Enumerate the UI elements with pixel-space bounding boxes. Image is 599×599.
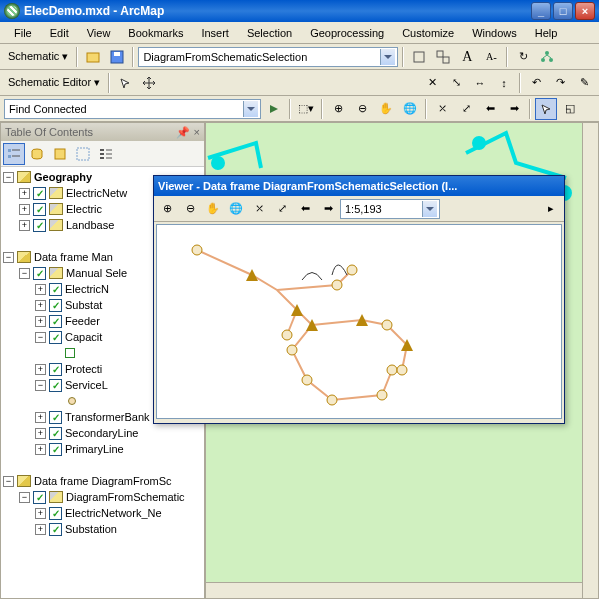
toc-close-icon[interactable]: × [194,126,200,139]
layer-checkbox[interactable] [49,427,62,440]
zoom-full-icon[interactable]: ⤢ [455,98,477,120]
expander-icon[interactable]: + [19,204,30,215]
layer-checkbox[interactable] [33,491,46,504]
save-diagram-icon[interactable] [106,46,128,68]
chevron-down-icon[interactable] [243,101,258,117]
layer-checkbox[interactable] [49,331,62,344]
viewer-titlebar[interactable]: Viewer - Data frame DiagramFromSchematic… [154,176,564,196]
expander-icon[interactable]: − [19,492,30,503]
layer-checkbox[interactable] [49,411,62,424]
list-by-visibility-icon[interactable] [49,143,71,165]
prev-extent-icon[interactable]: ⬅ [479,98,501,120]
tool-icon-2[interactable] [432,46,454,68]
tree-icon[interactable] [536,46,558,68]
undo-icon[interactable]: ↶ [525,72,547,94]
expander-icon[interactable]: + [35,524,46,535]
layer-checkbox[interactable] [49,443,62,456]
expander-icon[interactable]: + [35,412,46,423]
zoom-in-icon[interactable]: ⊕ [327,98,349,120]
viewer-canvas[interactable] [156,224,562,419]
expander-icon[interactable]: + [35,316,46,327]
layer-checkbox[interactable] [49,363,62,376]
layer-checkbox[interactable] [33,187,46,200]
viewer-out-icon[interactable]: ⤢ [271,198,293,220]
minimize-button[interactable]: _ [531,2,551,20]
viewer-zoom-out-icon[interactable]: ⊖ [179,198,201,220]
expander-icon[interactable]: − [35,332,46,343]
menu-edit[interactable]: Edit [42,25,77,41]
diagram-combo[interactable]: DiagramFromSchematicSelection [138,47,398,67]
layer-checkbox[interactable] [33,219,46,232]
tree-row[interactable]: −DiagramFromSchematic [3,489,202,505]
full-extent-icon[interactable]: 🌐 [399,98,421,120]
maximize-button[interactable]: □ [553,2,573,20]
viewer-zoom-in-icon[interactable]: ⊕ [156,198,178,220]
redo-icon[interactable]: ↷ [549,72,571,94]
tree-row[interactable]: +PrimaryLine [3,441,202,457]
tree-row[interactable]: +ElectricNetwork_Ne [3,505,202,521]
expander-icon[interactable]: − [19,268,30,279]
menu-view[interactable]: View [79,25,119,41]
move-icon[interactable] [138,72,160,94]
expander-icon[interactable]: + [35,284,46,295]
layer-checkbox[interactable] [49,283,62,296]
expander-icon[interactable]: + [19,220,30,231]
close-button[interactable]: × [575,2,595,20]
viewer-full-icon[interactable]: 🌐 [225,198,247,220]
list-by-source-icon[interactable] [26,143,48,165]
text-a-small-icon[interactable]: A- [480,46,502,68]
edit-icon-3[interactable]: ↔ [469,72,491,94]
viewer-fwd-icon[interactable]: ➡ [317,198,339,220]
menu-customize[interactable]: Customize [394,25,462,41]
select-tool-icon[interactable] [535,98,557,120]
editor-tool[interactable] [114,72,136,94]
menu-selection[interactable]: Selection [239,25,300,41]
chevron-down-icon[interactable] [380,49,395,65]
layer-checkbox[interactable] [33,203,46,216]
viewer-in-icon[interactable]: ⤫ [248,198,270,220]
expander-icon[interactable]: + [19,188,30,199]
options-icon[interactable] [95,143,117,165]
expander-icon[interactable]: + [35,364,46,375]
viewer-pan-icon[interactable]: ✋ [202,198,224,220]
pan-icon[interactable]: ✋ [375,98,397,120]
toc-pin-icon[interactable]: 📌 [176,126,190,139]
layer-checkbox[interactable] [49,315,62,328]
editor-dropdown[interactable]: Schematic Editor ▾ [4,74,104,91]
open-diagram-icon[interactable] [82,46,104,68]
layer-checkbox[interactable] [49,379,62,392]
viewer-back-icon[interactable]: ⬅ [294,198,316,220]
menu-geoprocessing[interactable]: Geoprocessing [302,25,392,41]
refresh-icon[interactable]: ↻ [512,46,534,68]
layer-checkbox[interactable] [49,299,62,312]
menu-file[interactable]: File [6,25,40,41]
menu-insert[interactable]: Insert [193,25,237,41]
text-a-icon[interactable]: A [456,46,478,68]
expander-icon[interactable]: + [35,300,46,311]
viewer-scale-combo[interactable]: 1:5,193 [340,199,440,219]
layer-checkbox[interactable] [49,507,62,520]
expander-icon[interactable]: + [35,428,46,439]
list-by-drawing-icon[interactable] [3,143,25,165]
expander-icon[interactable]: − [3,476,14,487]
expander-icon[interactable]: + [35,444,46,455]
zoom-to-sel-icon[interactable]: ⤫ [431,98,453,120]
expander-icon[interactable]: − [3,172,14,183]
next-extent-icon[interactable]: ➡ [503,98,525,120]
expander-icon[interactable]: − [3,252,14,263]
expander-icon[interactable]: − [35,380,46,391]
tree-row[interactable]: −Data frame DiagramFromSc [3,473,202,489]
menu-windows[interactable]: Windows [464,25,525,41]
viewer-more-icon[interactable]: ▸ [540,198,562,220]
edit-icon-1[interactable]: ✕ [421,72,443,94]
horizontal-scrollbar[interactable] [206,582,582,598]
layer-checkbox[interactable] [49,523,62,536]
expander-icon[interactable]: + [35,508,46,519]
edit-icon-2[interactable]: ⤡ [445,72,467,94]
vertical-scrollbar[interactable] [582,123,598,598]
menu-bookmarks[interactable]: Bookmarks [120,25,191,41]
zoom-out-icon[interactable]: ⊖ [351,98,373,120]
list-by-selection-icon[interactable] [72,143,94,165]
menu-help[interactable]: Help [527,25,566,41]
edit-icon-4[interactable]: ↕ [493,72,515,94]
